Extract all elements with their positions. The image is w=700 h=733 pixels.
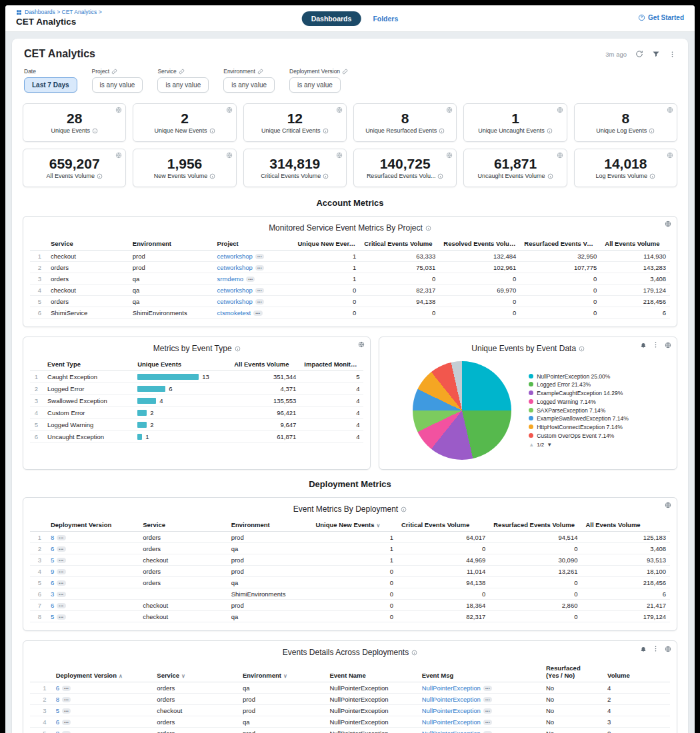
globe-icon[interactable] [557, 152, 563, 159]
globe-icon[interactable] [336, 152, 343, 159]
bar-segment[interactable] [137, 434, 142, 440]
expand-chip[interactable]: ••• [57, 569, 65, 574]
column-header[interactable]: All Events Volume [581, 519, 670, 532]
cell-link[interactable]: NullPointerException [422, 707, 481, 714]
info-icon[interactable] [235, 346, 241, 352]
breadcrumb-text[interactable]: Dashboards > CET Analytics > [25, 9, 102, 15]
legend-item[interactable]: Logged Error 21.43% [529, 381, 643, 388]
globe-icon[interactable] [665, 646, 671, 652]
expand-chip[interactable]: ••• [62, 686, 71, 691]
expand-chip[interactable]: ••• [255, 288, 264, 293]
column-header[interactable]: Service [47, 238, 129, 251]
column-header[interactable]: Environment [129, 238, 213, 251]
column-header[interactable]: Volume [603, 662, 670, 682]
info-icon[interactable] [97, 173, 103, 179]
info-icon[interactable] [579, 346, 585, 352]
breadcrumb[interactable]: Dashboards > CET Analytics > [16, 9, 102, 15]
expand-chip[interactable]: ••• [57, 592, 65, 597]
globe-icon[interactable] [336, 107, 343, 113]
expand-chip[interactable]: ••• [246, 277, 255, 282]
expand-chip[interactable]: ••• [483, 686, 492, 691]
info-icon[interactable] [411, 650, 417, 656]
column-header[interactable]: Resurfaced(Yes / No) [542, 662, 603, 682]
column-header[interactable]: Event Name [325, 662, 417, 682]
filter-value-button[interactable]: is any value [289, 77, 341, 93]
info-icon[interactable] [209, 173, 215, 179]
column-header[interactable]: Service∨ [153, 662, 239, 682]
kebab-icon[interactable] [669, 51, 676, 58]
tab-dashboards[interactable]: Dashboards [302, 11, 361, 26]
expand-chip[interactable]: ••• [255, 299, 264, 305]
legend-item[interactable]: ExampleSwallowedException 7.14% [529, 415, 643, 422]
filter-value-button[interactable]: is any value [92, 77, 143, 93]
expand-chip[interactable]: ••• [253, 311, 262, 316]
globe-icon[interactable] [446, 107, 453, 113]
column-header[interactable]: Service [139, 519, 227, 532]
cell-link[interactable]: NullPointerException [422, 696, 481, 703]
legend-item[interactable]: NullPointerException 25.00% [529, 373, 643, 380]
column-header[interactable]: Resurfaced Events Volume [520, 238, 601, 251]
cell-link[interactable]: cetworkshop [217, 253, 253, 260]
globe-icon[interactable] [115, 107, 122, 113]
column-header[interactable]: Environment∨ [239, 662, 326, 682]
cell-link[interactable]: 3 [51, 590, 54, 598]
filter-icon[interactable] [652, 50, 660, 58]
legend-item[interactable]: SAXParseException 7.14% [529, 407, 643, 414]
column-header[interactable]: Critical Events Volume [397, 519, 489, 532]
cell-link[interactable]: ctsmoketest [217, 309, 251, 317]
info-icon[interactable] [323, 173, 329, 179]
bar-segment[interactable] [137, 422, 147, 428]
info-icon[interactable] [649, 128, 655, 134]
tab-folders[interactable]: Folders [373, 15, 398, 23]
cell-link[interactable]: 5 [51, 613, 54, 620]
expand-chip[interactable]: ••• [57, 546, 65, 552]
info-icon[interactable] [425, 225, 431, 231]
globe-icon[interactable] [557, 107, 563, 113]
legend-item[interactable]: HttpHostConnectException 7.14% [529, 424, 643, 430]
bell-icon[interactable] [640, 342, 647, 349]
expand-chip[interactable]: ••• [62, 697, 71, 702]
globe-icon[interactable] [115, 152, 122, 159]
info-icon[interactable] [547, 173, 553, 179]
cell-link[interactable]: NullPointerException [422, 718, 481, 726]
expand-chip[interactable]: ••• [57, 580, 65, 586]
column-header[interactable]: Critical Events Volume [360, 238, 439, 251]
info-icon[interactable] [547, 128, 553, 134]
cell-link[interactable]: 9 [51, 568, 54, 575]
cell-link[interactable]: 6 [51, 579, 54, 586]
info-icon[interactable] [649, 173, 655, 179]
globe-icon[interactable] [226, 107, 233, 113]
filter-value-button[interactable]: is any value [157, 77, 209, 93]
info-icon[interactable] [401, 506, 407, 512]
globe-icon[interactable] [446, 152, 453, 159]
legend-item[interactable]: ExampleCaughtException 14.29% [529, 390, 643, 396]
info-icon[interactable] [92, 128, 98, 134]
globe-icon[interactable] [226, 152, 233, 159]
cell-link[interactable]: 5 [56, 707, 59, 714]
expand-chip[interactable]: ••• [57, 614, 65, 620]
column-header[interactable]: Environment [227, 519, 312, 532]
column-header[interactable]: All Events Volume [230, 359, 300, 371]
info-icon[interactable] [209, 128, 215, 134]
info-icon[interactable] [323, 128, 329, 134]
expand-chip[interactable]: ••• [483, 720, 492, 725]
cell-link[interactable]: 6 [51, 545, 54, 552]
cell-link[interactable]: srmdemo [217, 275, 244, 283]
info-icon[interactable] [439, 128, 445, 134]
column-header[interactable]: Deployment Version∧ [52, 662, 153, 682]
globe-icon[interactable] [665, 342, 671, 349]
globe-icon[interactable] [358, 341, 365, 348]
globe-icon[interactable] [665, 221, 671, 227]
expand-chip[interactable]: ••• [255, 265, 264, 271]
column-header[interactable]: Impacted Monitored Services [300, 359, 363, 371]
expand-chip[interactable]: ••• [62, 720, 71, 725]
expand-chip[interactable]: ••• [57, 535, 65, 540]
expand-chip[interactable]: ••• [57, 558, 65, 563]
cell-link[interactable]: 6 [51, 602, 54, 609]
cell-link[interactable]: 8 [56, 730, 59, 733]
bell-icon[interactable] [640, 646, 647, 652]
column-header[interactable]: Resurfaced Events Volume [489, 519, 581, 532]
column-header[interactable]: All Events Volume [601, 238, 670, 251]
column-header[interactable]: Unique New Ever...∨ [294, 238, 361, 251]
globe-icon[interactable] [667, 107, 673, 113]
